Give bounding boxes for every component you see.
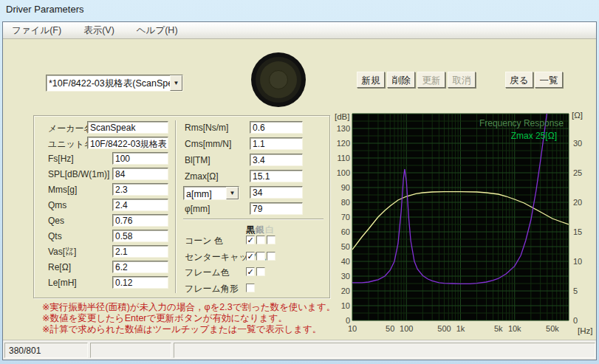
color-checkbox[interactable] (267, 236, 275, 244)
y-right-tick: 5 (573, 286, 578, 295)
color-checkbox[interactable] (256, 236, 265, 244)
field-input[interactable]: 2.3 (112, 183, 168, 196)
note-line-3: ※計算で求められた数値はツールチップまたは一覧で表示します。 (42, 323, 321, 336)
field-input[interactable]: 79 (250, 202, 303, 215)
y-left-tick: 40 (341, 257, 350, 266)
speaker-dustcap (269, 70, 288, 89)
y-right-tick: 30 (573, 139, 582, 148)
y-right-tick: 20 (573, 198, 582, 207)
field-input[interactable]: 0.6 (250, 121, 303, 134)
field-label: Mms[g] (48, 185, 77, 195)
color-checkbox[interactable]: ✓ (246, 252, 255, 261)
y-right-tick: 10 (573, 257, 582, 266)
x-tick: 10 (348, 324, 357, 333)
frequency-response-chart: Frequency ResponseZmax 25[Ω][dB][Ω][Hz]0… (333, 106, 599, 344)
color-header-3: 白 (265, 224, 274, 236)
color-checkbox[interactable]: ✓ (246, 267, 255, 276)
y-right-tick: 0 (573, 316, 578, 325)
y-left-tick: 50 (341, 242, 350, 251)
color-checkbox[interactable] (246, 284, 255, 292)
y-left-tick: 100 (337, 168, 350, 177)
field-label: Zmax[Ω] (185, 171, 219, 182)
action-button-3: 更新 (417, 72, 445, 88)
field-input[interactable]: 6.2 (112, 261, 168, 273)
field-input[interactable]: 0.12 (112, 276, 168, 289)
field-label: ユニット名 (48, 138, 93, 151)
field-label: Le[mH] (48, 278, 77, 288)
field-label: Cms[mm/N] (185, 139, 231, 149)
checkbox-row-label: フレーム角形 (185, 283, 239, 295)
y-left-tick: 70 (341, 213, 350, 222)
x-tick: 100 (400, 324, 413, 333)
action-button-2[interactable]: 削除 (387, 72, 415, 88)
color-header-1: 黒 (246, 224, 255, 236)
panel-vertical-divider (175, 120, 176, 293)
menu-bar: ファイル(F) 表示(V) ヘルプ(H) (3, 22, 596, 39)
app-window: ファイル(F) 表示(V) ヘルプ(H) *10F/8422-03規格表(Sca… (2, 21, 597, 360)
left-axis-unit: [dB] (335, 112, 349, 121)
y-left-tick: 20 (341, 286, 350, 295)
radius-type-value: a[mm] (184, 187, 226, 199)
field-label: メーカー名 (48, 123, 93, 135)
field-label: Qes (48, 216, 64, 226)
field-input[interactable]: ScanSpeak (87, 121, 168, 134)
color-header-2: 銀 (256, 224, 264, 236)
field-input[interactable]: 2.1 (112, 245, 168, 258)
field-input[interactable]: 84 (112, 168, 168, 180)
menu-file[interactable]: ファイル(F) (9, 23, 64, 38)
nav-button-1[interactable]: 戻る (505, 72, 533, 88)
radius-type-select[interactable]: a[mm]▼ (183, 186, 239, 200)
color-checkbox[interactable] (267, 252, 275, 261)
field-label: Rms[Ns/m] (185, 123, 228, 133)
client-area: *10F/8422-03規格表(ScanSpe ▼ 新規削除更新取消 戻る一覧 … (3, 39, 596, 340)
chevron-down-icon[interactable]: ▼ (170, 75, 182, 91)
field-input[interactable]: 10F/8422-03規格表 (87, 137, 168, 149)
field-input[interactable]: 0.76 (112, 214, 168, 227)
window-title: Driver Parameters (6, 4, 83, 15)
field-input[interactable]: 2.4 (112, 199, 168, 211)
field-label: Re[Ω] (48, 262, 71, 272)
x-tick: 5k (494, 324, 503, 333)
checkbox-row-label: フレーム色 (185, 267, 230, 279)
field-input[interactable]: 3.4 (250, 154, 303, 166)
field-label: Fs[Hz] (48, 154, 74, 164)
y-left-tick: 80 (341, 198, 350, 207)
checkbox-row-label: コーン 色 (185, 235, 223, 247)
field-input[interactable]: 34 (250, 186, 303, 199)
x-tick: 500 (437, 324, 451, 333)
y-left-tick: 90 (341, 183, 350, 192)
y-left-tick: 10 (341, 301, 350, 310)
chevron-down-icon[interactable]: ▼ (226, 187, 239, 199)
x-tick: 1k (456, 324, 465, 333)
field-label: Bl[TM] (185, 155, 210, 165)
panel-horizontal-divider (183, 219, 324, 219)
y-left-tick: 120 (337, 139, 350, 148)
nav-button-2[interactable]: 一覧 (535, 72, 563, 88)
legend-frequency-response: Frequency Response (479, 118, 564, 128)
driver-select[interactable]: *10F/8422-03規格表(ScanSpe ▼ (46, 75, 183, 92)
color-checkbox[interactable] (256, 267, 265, 276)
status-bar: 380/801 (3, 340, 596, 360)
field-input[interactable]: 100 (112, 152, 168, 165)
legend-zmax: Zmax 25[Ω] (511, 131, 557, 141)
x-tick: 50k (546, 324, 559, 333)
field-label: Vas[㍑] (48, 247, 76, 257)
driver-select-value: *10F/8422-03規格表(ScanSpe (47, 75, 170, 91)
y-left-tick: 130 (337, 124, 350, 133)
field-label: φ[mm] (185, 204, 210, 214)
menu-help[interactable]: ヘルプ(H) (134, 23, 181, 38)
y-right-tick: 15 (573, 227, 582, 236)
status-record-count: 380/801 (4, 343, 88, 358)
color-checkbox[interactable]: ✓ (246, 236, 255, 244)
color-checkbox[interactable] (256, 252, 265, 261)
menu-view[interactable]: 表示(V) (81, 23, 117, 38)
x-axis-unit: [Hz] (578, 326, 592, 335)
field-input[interactable]: 0.58 (112, 230, 168, 242)
action-button-4: 取消 (448, 72, 476, 88)
field-input[interactable]: 1.1 (250, 137, 303, 150)
field-input[interactable]: 15.1 (250, 170, 303, 182)
x-tick: 50 (386, 324, 394, 333)
status-panel-2 (90, 343, 171, 358)
y-right-tick: 25 (573, 168, 582, 177)
action-button-1[interactable]: 新規 (357, 72, 385, 88)
